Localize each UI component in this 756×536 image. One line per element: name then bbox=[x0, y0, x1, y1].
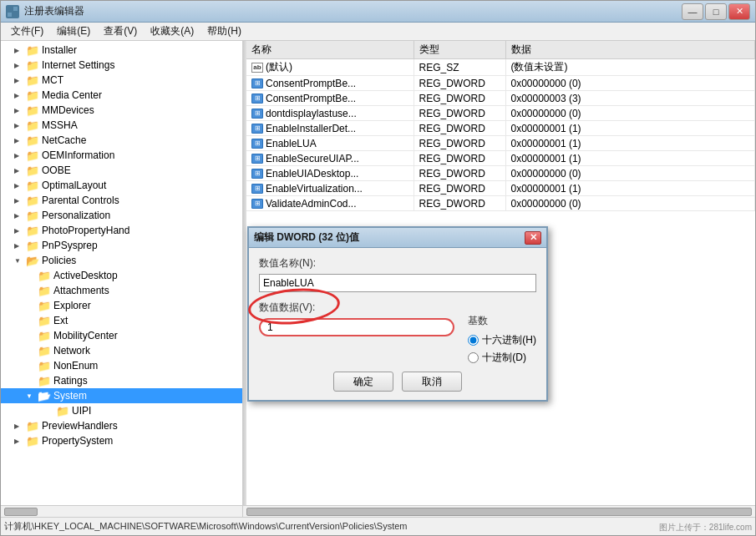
svg-rect-3 bbox=[13, 13, 18, 17]
tree-item[interactable]: ▶📁Internet Settings bbox=[1, 58, 242, 73]
table-row[interactable]: ⊞ConsentPromptBe...REG_DWORD0x00000003 (… bbox=[246, 91, 755, 106]
dialog-buttons: 确定 取消 bbox=[259, 372, 536, 392]
name-label: 数值名称(N): bbox=[259, 256, 536, 271]
maximize-button[interactable]: □ bbox=[705, 3, 727, 20]
dialog-titlebar: 编辑 DWORD (32 位)值 ✕ bbox=[249, 228, 546, 248]
tree-item[interactable]: 📁UIPI bbox=[1, 403, 242, 418]
window-title: 注册表编辑器 bbox=[24, 4, 682, 18]
menu-help[interactable]: 帮助(H) bbox=[200, 23, 248, 40]
tree-panel[interactable]: ▶📁Installer▶📁Internet Settings▶📁MCT▶📁Med… bbox=[1, 41, 243, 505]
col-name: 名称 bbox=[246, 41, 414, 59]
confirm-button[interactable]: 确定 bbox=[333, 372, 393, 392]
menu-file[interactable]: 文件(F) bbox=[4, 23, 50, 40]
data-label: 数值数据(V): bbox=[259, 301, 454, 315]
tree-item[interactable]: ▶📁Installer bbox=[1, 43, 242, 58]
table-row[interactable]: ⊞EnableInstallerDet...REG_DWORD0x0000000… bbox=[246, 121, 755, 136]
dec-label: 十进制(D) bbox=[482, 351, 526, 365]
tree-item[interactable]: ▶📁Media Center bbox=[1, 88, 242, 103]
attribution: 图片上传于：281life.com bbox=[659, 522, 752, 533]
cancel-button[interactable]: 取消 bbox=[402, 372, 462, 392]
tree-item[interactable]: ▶📁Parental Controls bbox=[1, 193, 242, 208]
tree-item[interactable]: ▶📁MCT bbox=[1, 73, 242, 88]
tree-item[interactable]: 📁Ratings bbox=[1, 373, 242, 388]
tree-item[interactable]: ▶📁PnPSysprep bbox=[1, 238, 242, 253]
bottom-scrollbars bbox=[1, 505, 755, 517]
col-data: 数据 bbox=[505, 41, 755, 59]
table-row[interactable]: ab(默认)REG_SZ(数值未设置) bbox=[246, 59, 755, 76]
table-header: 名称 类型 数据 bbox=[246, 41, 755, 59]
tree-item[interactable]: ▶📁PhotoPropertyHand bbox=[1, 223, 242, 238]
menu-bar: 文件(F) 编辑(E) 查看(V) 收藏夹(A) 帮助(H) bbox=[1, 23, 755, 41]
tree-item[interactable]: 📁Attachments bbox=[1, 283, 242, 298]
dec-radio[interactable] bbox=[468, 352, 479, 363]
table-row[interactable]: ⊞EnableVirtualization...REG_DWORD0x00000… bbox=[246, 181, 755, 196]
svg-rect-0 bbox=[8, 7, 13, 12]
tree-hscroll[interactable] bbox=[4, 508, 38, 516]
tree-item[interactable]: ▶📁OOBE bbox=[1, 163, 242, 178]
tree-item[interactable]: ▶📁PreviewHandlers bbox=[1, 418, 242, 433]
registry-path: 计算机\HKEY_LOCAL_MACHINE\SOFTWARE\Microsof… bbox=[4, 520, 408, 533]
tree-item[interactable]: ▶📁OptimalLayout bbox=[1, 178, 242, 193]
tree-item[interactable]: 📁ActiveDesktop bbox=[1, 268, 242, 283]
col-type: 类型 bbox=[414, 41, 505, 59]
base-label: 基数 bbox=[468, 314, 536, 328]
app-icon bbox=[6, 5, 19, 18]
minimize-button[interactable]: — bbox=[682, 3, 703, 20]
dialog-close-button[interactable]: ✕ bbox=[525, 231, 541, 245]
hex-radio[interactable] bbox=[468, 335, 479, 346]
dialog-body: 数值名称(N): 数值数据(V): 基数 十六进制(H) 十进制(D) bbox=[249, 248, 546, 400]
tree-item[interactable]: ▶📁OEMInformation bbox=[1, 148, 242, 163]
tree-item[interactable]: 📁NonEnum bbox=[1, 358, 242, 373]
name-input[interactable] bbox=[259, 274, 536, 292]
menu-view[interactable]: 查看(V) bbox=[97, 23, 144, 40]
title-bar: 注册表编辑器 — □ ✕ bbox=[1, 1, 755, 23]
tree-item[interactable]: ▶📁PropertySystem bbox=[1, 433, 242, 448]
table-row[interactable]: ⊞ConsentPromptBe...REG_DWORD0x00000000 (… bbox=[246, 76, 755, 91]
table-row[interactable]: ⊞EnableUIADesktop...REG_DWORD0x00000000 … bbox=[246, 166, 755, 181]
svg-rect-1 bbox=[13, 7, 18, 11]
window-controls: — □ ✕ bbox=[682, 3, 750, 20]
tree-item[interactable]: 📁MobilityCenter bbox=[1, 328, 242, 343]
table-hscroll[interactable] bbox=[246, 508, 752, 516]
tree-item[interactable]: ▶📁Personalization bbox=[1, 208, 242, 223]
hex-radio-row: 十六进制(H) bbox=[468, 333, 536, 347]
tree-item[interactable]: 📁Network bbox=[1, 343, 242, 358]
data-value-input[interactable] bbox=[259, 318, 454, 336]
tree-item[interactable]: ▶📁NetCache bbox=[1, 133, 242, 148]
tree-item[interactable]: ▼📂System bbox=[1, 388, 242, 403]
tree-item[interactable]: ▶📁MMDevices bbox=[1, 103, 242, 118]
tree-item[interactable]: 📁Explorer bbox=[1, 298, 242, 313]
table-row[interactable]: ⊞ValidateAdminCod...REG_DWORD0x00000000 … bbox=[246, 196, 755, 211]
table-row[interactable]: ⊞EnableLUAREG_DWORD0x00000001 (1) bbox=[246, 136, 755, 151]
close-button[interactable]: ✕ bbox=[728, 3, 750, 20]
svg-rect-2 bbox=[8, 13, 12, 17]
table-body: ab(默认)REG_SZ(数值未设置)⊞ConsentPromptBe...RE… bbox=[246, 59, 755, 211]
dec-radio-row: 十进制(D) bbox=[468, 351, 536, 365]
menu-edit[interactable]: 编辑(E) bbox=[50, 23, 97, 40]
dword-edit-dialog[interactable]: 编辑 DWORD (32 位)值 ✕ 数值名称(N): 数值数据(V): 基数 … bbox=[247, 226, 548, 402]
table-row[interactable]: ⊞dontdisplaylastuse...REG_DWORD0x0000000… bbox=[246, 106, 755, 121]
table-row[interactable]: ⊞EnableSecureUIAP...REG_DWORD0x00000001 … bbox=[246, 151, 755, 166]
tree-item[interactable]: ▶📁MSSHA bbox=[1, 118, 242, 133]
tree-item[interactable]: 📁Ext bbox=[1, 313, 242, 328]
dialog-title: 编辑 DWORD (32 位)值 bbox=[254, 230, 525, 245]
hex-label: 十六进制(H) bbox=[482, 333, 536, 347]
base-group: 基数 十六进制(H) 十进制(D) bbox=[468, 314, 536, 365]
tree-item[interactable]: ▼📂Policies bbox=[1, 253, 242, 268]
status-bar: 计算机\HKEY_LOCAL_MACHINE\SOFTWARE\Microsof… bbox=[1, 517, 755, 535]
menu-favorites[interactable]: 收藏夹(A) bbox=[144, 23, 200, 40]
